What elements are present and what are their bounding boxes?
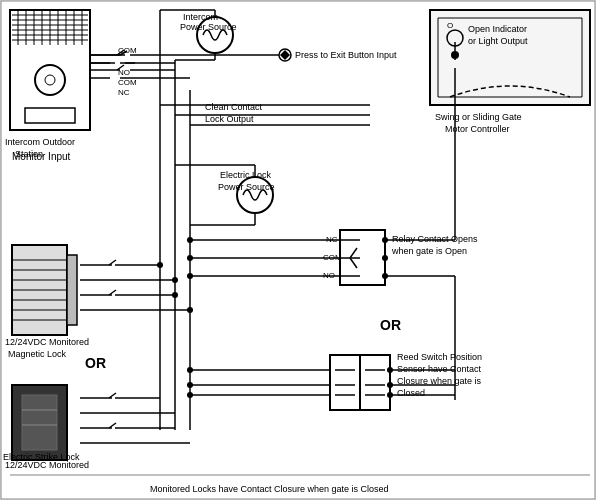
svg-text:12/24VDC Monitored: 12/24VDC Monitored [5,337,89,347]
svg-text:O: O [447,21,453,30]
svg-point-147 [187,392,193,398]
svg-text:Sensor have Contact: Sensor have Contact [397,364,482,374]
svg-text:COM: COM [118,78,137,87]
svg-point-94 [172,277,178,283]
svg-point-171 [387,367,393,373]
svg-point-96 [187,307,193,313]
svg-text:OR: OR [380,317,401,333]
svg-point-95 [172,292,178,298]
svg-text:Electric Lock: Electric Lock [220,170,272,180]
svg-point-146 [187,382,193,388]
svg-point-173 [387,382,393,388]
svg-point-129 [187,255,193,261]
svg-point-130 [187,273,193,279]
svg-point-93 [157,262,163,268]
svg-text:Power Source: Power Source [180,22,237,32]
svg-text:OR: OR [85,355,106,371]
svg-text:Electric Strike Lock: Electric Strike Lock [3,452,80,462]
svg-text:Relay Contact Opens: Relay Contact Opens [392,234,478,244]
svg-text:Monitored Locks have Contact C: Monitored Locks have Contact Closure whe… [150,484,389,494]
svg-text:Swing or Sliding Gate: Swing or Sliding Gate [435,112,522,122]
svg-text:Station: Station [15,149,43,159]
svg-text:Press to Exit Button Input: Press to Exit Button Input [295,50,397,60]
svg-rect-99 [22,395,57,450]
svg-text:Motor Controller: Motor Controller [445,124,510,134]
svg-text:Open Indicator: Open Indicator [468,24,527,34]
svg-point-128 [187,237,193,243]
svg-text:Clean Contact: Clean Contact [205,102,263,112]
svg-text:Closed: Closed [397,388,425,398]
svg-text:Intercom: Intercom [183,12,218,22]
svg-text:or Light Output: or Light Output [468,36,528,46]
svg-point-175 [387,392,393,398]
svg-text:NC: NC [118,88,130,97]
svg-text:Intercom Outdoor: Intercom Outdoor [5,137,75,147]
svg-text:Magnetic Lock: Magnetic Lock [8,349,67,359]
svg-text:Reed Switch Position: Reed Switch Position [397,352,482,362]
svg-text:when gate is Open: when gate is Open [391,246,467,256]
svg-point-145 [187,367,193,373]
wiring-diagram: Monitor Input COM NO COM NC [0,0,596,500]
svg-text:Power Source: Power Source [218,182,275,192]
svg-rect-78 [67,255,77,325]
svg-text:COM: COM [118,46,137,55]
